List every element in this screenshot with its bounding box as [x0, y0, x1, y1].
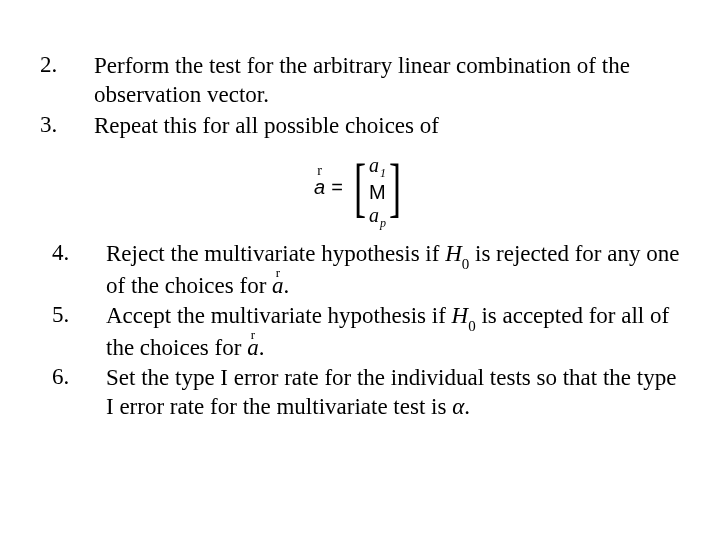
equals-sign: =: [331, 176, 343, 199]
alpha-symbol: α: [452, 394, 464, 419]
item-text: Perform the test for the arbitrary linea…: [94, 52, 680, 110]
vector-entry: ap: [369, 204, 386, 231]
item-text: Set the type I error rate for the indivi…: [106, 364, 680, 422]
vector-a-inline-icon: ra: [247, 334, 259, 363]
item-number: 5.: [52, 302, 106, 362]
item-number: 4.: [52, 240, 106, 300]
vector-a-letter: a: [314, 176, 325, 198]
vector-a-inline-icon: ra: [272, 272, 284, 301]
vector-entry: a1: [369, 154, 386, 181]
arrow-label: r: [317, 164, 322, 178]
item-number: 2.: [40, 52, 94, 110]
list-block-2: 4. Reject the multivariate hypothesis if…: [40, 240, 680, 422]
list-item: 3. Repeat this for all possible choices …: [40, 112, 680, 141]
formula: r a = [ a1 M ap ]: [40, 154, 680, 220]
list-item: 4. Reject the multivariate hypothesis if…: [52, 240, 680, 300]
item-number: 3.: [40, 112, 94, 141]
left-bracket-icon: [: [354, 154, 366, 220]
item-text: Repeat this for all possible choices of: [94, 112, 680, 141]
right-bracket-icon: ]: [389, 154, 401, 220]
column-vector: a1 M ap: [369, 154, 386, 220]
item-text: Reject the multivariate hypothesis if H0…: [106, 240, 680, 300]
vector-ellipsis: M: [369, 181, 386, 204]
list-item: 2. Perform the test for the arbitrary li…: [40, 52, 680, 110]
vector-a-icon: r a: [314, 177, 325, 197]
list-item: 6. Set the type I error rate for the ind…: [52, 364, 680, 422]
page: 2. Perform the test for the arbitrary li…: [0, 0, 720, 422]
item-text: Accept the multivariate hypothesis if H0…: [106, 302, 680, 362]
item-number: 6.: [52, 364, 106, 422]
list-item: 5. Accept the multivariate hypothesis if…: [52, 302, 680, 362]
